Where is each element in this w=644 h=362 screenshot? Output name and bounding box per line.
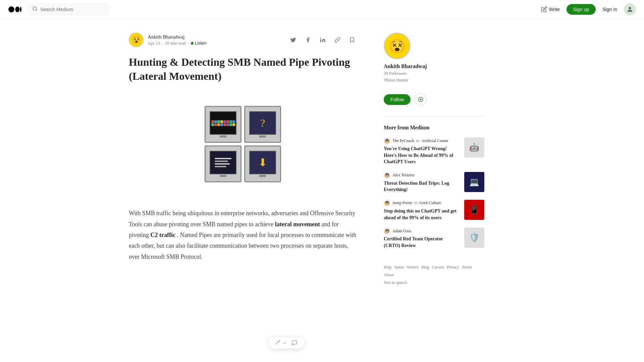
related-author-name-4: Adam Goss — [392, 229, 411, 234]
article-title: Hunting & Detecting SMB Named Pipe Pivot… — [129, 55, 357, 83]
related-author-avatar-3: 🧑 — [384, 200, 390, 206]
related-article-4[interactable]: 🧑 Adam Goss Certified Red Team Operator … — [384, 228, 484, 249]
footer-links: Help Status Writers Blog Careers Privacy… — [384, 265, 484, 278]
sidebar-followers: 39 Followers — [384, 71, 484, 76]
pixel-monitor-2: ? — [244, 106, 281, 143]
twitter-share-icon[interactable] — [288, 35, 298, 45]
bookmark-icon[interactable] — [347, 35, 357, 45]
facebook-share-icon[interactable] — [303, 35, 313, 45]
write-button[interactable]: Write — [541, 6, 560, 12]
article-body: With SMB traffic being ubiquitous in ent… — [129, 208, 357, 262]
header-right: Write Sign up Sign In — [541, 3, 636, 15]
user-avatar[interactable] — [624, 3, 636, 15]
footer-link-terms[interactable]: Terms — [462, 265, 472, 270]
article-actions — [288, 35, 357, 45]
footer-tts: Text to speech — [384, 280, 484, 285]
related-thumbnail-2: 💻 — [464, 172, 484, 192]
related-thumbnail-3: 📱 — [464, 200, 484, 220]
pixel-art-grid: ? — [205, 106, 281, 182]
related-author-avatar-1: 🧑 — [384, 137, 390, 144]
article-date-read: Apr 13 · 10 min read · Listen — [148, 41, 207, 46]
article-section: 😵 Ankith Bharadwaj Apr 13 · 10 min read … — [129, 33, 357, 285]
link-copy-icon[interactable] — [333, 35, 342, 45]
related-publication-1: Artificial Corner — [421, 138, 448, 143]
related-article-1[interactable]: 🧑 The PyCoach in Artificial Corner You'r… — [384, 137, 484, 165]
footer-link-about[interactable]: About — [384, 273, 394, 278]
svg-point-6 — [320, 38, 321, 39]
footer-link-help[interactable]: Help — [384, 265, 391, 270]
sidebar-footer: Help Status Writers Blog Careers Privacy… — [384, 259, 484, 285]
related-author-name-2: Alex Teixeira — [392, 173, 414, 178]
more-from-medium: More from Medium 🧑 The PyCoach in Artifi… — [384, 116, 484, 249]
read-separator: · — [188, 41, 189, 46]
svg-point-5 — [629, 7, 631, 9]
article-body-code-1: C2 traffic — [151, 232, 175, 238]
listen-label: Listen — [195, 41, 207, 46]
medium-logo[interactable] — [8, 5, 21, 13]
date-separator: · — [162, 41, 163, 46]
listen-dot-icon — [191, 42, 194, 45]
pixel-monitor-4: ⬇ — [244, 145, 281, 182]
related-publication-3: Geek Culture — [419, 200, 441, 205]
search-container[interactable] — [27, 3, 111, 15]
search-icon — [32, 6, 38, 13]
related-author-row-3: 🧑 Josep Ferrer in Geek Culture — [384, 200, 460, 206]
search-input[interactable] — [40, 7, 105, 12]
related-title-4: Certified Red Team Operator (CRTO) Revie… — [384, 236, 460, 249]
article-image: ? — [129, 94, 357, 194]
article-body-bold-1: lateral movement — [275, 221, 320, 228]
more-from-title: More from Medium — [384, 125, 484, 131]
sidebar-author-name[interactable]: Ankith Bharadwaj — [384, 63, 484, 69]
footer-link-status[interactable]: Status — [394, 265, 404, 270]
footer-link-blog[interactable]: Blog — [421, 265, 429, 270]
sidebar-author-avatar[interactable]: 😵 — [384, 33, 411, 59]
related-article-3[interactable]: 🧑 Josep Ferrer in Geek Culture Stop doin… — [384, 200, 484, 221]
author-name[interactable]: Ankith Bharadwaj — [148, 34, 207, 40]
sidebar-bio: Threat Hunter — [384, 77, 484, 83]
footer-link-careers[interactable]: Careers — [432, 265, 444, 270]
related-author-name-1: The PyCoach — [392, 138, 414, 143]
author-details: Ankith Bharadwaj Apr 13 · 10 min read · … — [148, 34, 207, 46]
related-article-info-1: 🧑 The PyCoach in Artificial Corner You'r… — [384, 137, 460, 165]
follow-button[interactable]: Follow — [384, 94, 411, 105]
svg-point-0 — [8, 6, 14, 12]
related-author-row-2: 🧑 Alex Teixeira — [384, 172, 460, 179]
footer-link-privacy[interactable]: Privacy — [447, 265, 459, 270]
related-in-3: in — [414, 200, 417, 205]
signin-button[interactable]: Sign In — [602, 7, 617, 12]
main-layout: 😵 Ankith Bharadwaj Apr 13 · 10 min read … — [121, 19, 523, 299]
article-read-time: 10 min read — [165, 41, 186, 46]
related-title-1: You're Using ChatGPT Wrong! Here's How t… — [384, 145, 460, 165]
related-title-3: Stop doing this on ChatGPT and get ahead… — [384, 208, 460, 221]
sidebar: 😵 Ankith Bharadwaj 39 Followers Threat H… — [384, 33, 484, 285]
linkedin-share-icon[interactable] — [318, 35, 327, 45]
pixel-monitor-1 — [205, 106, 241, 143]
footer-link-writers[interactable]: Writers — [407, 265, 419, 270]
sidebar-author-card: 😵 Ankith Bharadwaj 39 Followers Threat H… — [384, 33, 484, 83]
related-article-info-4: 🧑 Adam Goss Certified Red Team Operator … — [384, 228, 460, 249]
related-author-name-3: Josep Ferrer — [392, 200, 412, 205]
author-avatar-small[interactable]: 😵 — [129, 33, 144, 47]
listen-button[interactable]: Listen — [191, 41, 207, 46]
svg-line-4 — [36, 10, 37, 11]
pixel-monitor-3 — [205, 145, 241, 182]
signup-button[interactable]: Sign up — [567, 4, 596, 15]
subscribe-button[interactable] — [415, 94, 427, 106]
article-meta: 😵 Ankith Bharadwaj Apr 13 · 10 min read … — [129, 33, 357, 47]
header: Write Sign up Sign In — [0, 0, 644, 19]
header-left — [8, 3, 111, 15]
author-info: 😵 Ankith Bharadwaj Apr 13 · 10 min read … — [129, 33, 207, 47]
related-article-2[interactable]: 🧑 Alex Teixeira Threat Detection Bad Tri… — [384, 172, 484, 193]
related-author-avatar-2: 🧑 — [384, 172, 390, 179]
related-article-info-3: 🧑 Josep Ferrer in Geek Culture Stop doin… — [384, 200, 460, 221]
write-label: Write — [549, 7, 560, 12]
related-author-row-1: 🧑 The PyCoach in Artificial Corner — [384, 137, 460, 144]
related-article-info-2: 🧑 Alex Teixeira Threat Detection Bad Tri… — [384, 172, 460, 193]
related-author-avatar-4: 🧑 — [384, 228, 390, 234]
svg-point-3 — [33, 7, 37, 10]
related-author-row-4: 🧑 Adam Goss — [384, 228, 460, 234]
sidebar-actions: Follow — [384, 94, 484, 106]
related-thumbnail-1: 🤖 — [464, 137, 484, 158]
svg-point-2 — [20, 7, 22, 12]
related-title-2: Threat Detection Bad Trips: Log Everythi… — [384, 180, 460, 193]
